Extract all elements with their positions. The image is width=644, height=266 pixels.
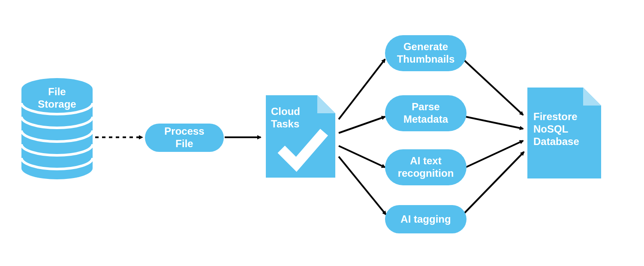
node-ai-text-recognition-label: AI text recognition	[398, 155, 454, 180]
node-cloud-tasks-label: Cloud Tasks	[271, 106, 300, 130]
node-process-file-label: Process File	[155, 125, 214, 150]
edge-cloud-ai-tagging	[339, 157, 386, 215]
edge-ai-tagging-firestore	[463, 152, 524, 215]
node-file-storage-label: File Storage	[23, 86, 91, 111]
edge-thumbnails-firestore	[463, 59, 523, 115]
edge-cloud-thumbnails	[339, 59, 385, 119]
node-parse-metadata: Parse Metadata	[385, 95, 466, 131]
edge-metadata-firestore	[466, 117, 523, 129]
edge-cloud-metadata	[339, 117, 385, 133]
node-cloud-tasks: Cloud Tasks	[264, 94, 337, 179]
node-ai-text-recognition: AI text recognition	[385, 149, 466, 185]
node-ai-tagging: AI tagging	[385, 205, 466, 233]
node-ai-tagging-label: AI tagging	[400, 213, 451, 226]
edge-ai-text-firestore	[466, 141, 523, 167]
node-firestore: Firestore NoSQL Database	[526, 86, 603, 180]
diagram-canvas: File Storage Process File Cloud Tasks Ge…	[0, 0, 644, 266]
node-file-storage: File Storage	[21, 77, 93, 176]
edge-cloud-ai-text	[339, 146, 385, 167]
node-generate-thumbnails-label: Generate Thumbnails	[397, 41, 455, 66]
node-parse-metadata-label: Parse Metadata	[403, 101, 448, 126]
node-generate-thumbnails: Generate Thumbnails	[385, 35, 466, 71]
node-firestore-label: Firestore NoSQL Database	[533, 111, 579, 148]
node-process-file: Process File	[145, 124, 224, 152]
